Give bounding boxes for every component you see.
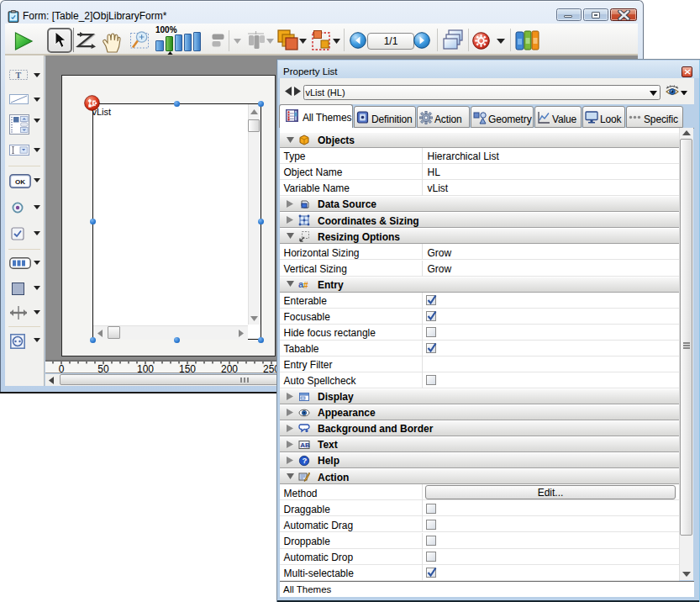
svg-text:T: T bbox=[16, 71, 22, 80]
svg-text:?: ? bbox=[302, 456, 307, 465]
svg-text:OK: OK bbox=[15, 178, 25, 186]
svg-text:AB: AB bbox=[300, 441, 310, 449]
svg-text:#: # bbox=[303, 281, 308, 290]
